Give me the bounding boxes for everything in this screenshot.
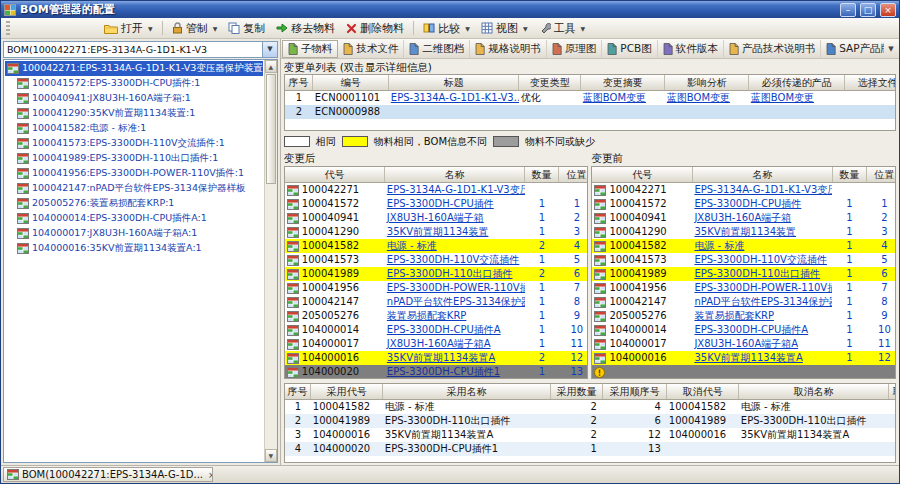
compare-row[interactable]: 104000014EPS-3300DH-CPU插件A110 [592, 323, 896, 337]
compare-row[interactable]: 10400001635KV前置期1134装置A112 [592, 351, 896, 365]
part-name-link[interactable]: EPS-3300DH-CPU插件 [387, 198, 494, 209]
part-name-link[interactable]: EPS-3134A-G-1D1-K1-V3变压器保护装置 [387, 184, 525, 195]
tab-tech-docs[interactable]: 技术文件 [338, 40, 404, 58]
compare-row[interactable]: 205005276装置易损配套KRP19 [285, 309, 589, 323]
column-header[interactable]: 必须传递的产品 [749, 75, 845, 91]
part-name-link[interactable]: JX8U3H-160A端子箱A [694, 338, 798, 349]
compare-row[interactable]: 100041573EPS-3300DH-110V交流插件15 [285, 253, 589, 267]
scroll-thumb[interactable] [266, 74, 276, 184]
column-header[interactable]: 位置 [559, 167, 589, 183]
compare-row[interactable]: 100042147nPAD平台软件EPS-3134保护器18 [285, 295, 589, 309]
tree-item[interactable]: 104000016:35KV前置期1134装置A:1 [5, 241, 263, 256]
column-header[interactable]: 变更类型 [519, 75, 581, 91]
column-header[interactable]: 名称 [385, 167, 525, 183]
part-name-link[interactable]: JX8U3H-160A端子箱 [694, 212, 791, 223]
part-name-link[interactable]: 35KV前置期1134装置 [387, 226, 489, 237]
tab-product-tech-manual[interactable]: 产品技术说明书 [724, 40, 822, 58]
toolbar-button-control[interactable]: 管制▼ [167, 19, 223, 37]
compare-row[interactable]: 10004129035KV前置期1134装置13 [285, 225, 589, 239]
document-tab[interactable]: BOM(100042271:EPS-3134A-G-1D... × [3, 467, 213, 482]
change-list-row[interactable]: 2ECN0000988变更通知 [285, 105, 896, 119]
tree-item[interactable]: 100041582:电源 - 标准:1 [5, 121, 263, 136]
tab-spec-manual[interactable]: 规格说明书 [470, 40, 547, 58]
toolbar-button-tools[interactable]: 工具▼ [534, 19, 591, 37]
adopt-cancel-row[interactable]: 2100041989EPS-3300DH-110出口插件26100041989E… [285, 414, 896, 428]
toolbar-button-delete-material[interactable]: 删除物料 [341, 19, 409, 37]
column-header[interactable]: 采用代号 [311, 384, 383, 400]
part-name-link[interactable]: EPS-3300DH-110V交流插件 [694, 254, 827, 265]
part-name-link[interactable]: EPS-3300DH-110出口插件 [387, 268, 513, 279]
compare-row[interactable]: 100042147nPAD平台软件EPS-3134保护器18 [592, 295, 896, 309]
column-header[interactable]: 数量 [832, 167, 866, 183]
adopt-cancel-row[interactable]: 4104000020EPS-3300DH-CPU插件1113 [285, 442, 896, 456]
scroll-track[interactable] [265, 73, 277, 449]
column-header[interactable]: 代号 [285, 167, 385, 183]
compare-row[interactable]: 100041989EPS-3300DH-110出口插件26 [285, 267, 589, 281]
compare-row[interactable]: 10004129035KV前置期1134装置13 [592, 225, 896, 239]
tab-sub-materials[interactable]: 子物料 [282, 40, 339, 58]
summary-link[interactable]: 蓝图BOM变更 [583, 92, 646, 103]
compare-row[interactable]: 100040941JX8U3H-160A端子箱12 [592, 211, 896, 225]
compare-row[interactable]: 100041582电源 - 标准24 [285, 239, 589, 253]
combo-dropdown-icon[interactable]: ▼ [262, 42, 277, 57]
compare-row[interactable]: 104000020EPS-3300DH-CPU插件1113 [285, 365, 589, 379]
column-header[interactable]: 变更摘要 [581, 75, 665, 91]
column-header[interactable]: 采用数量 [551, 384, 603, 400]
column-header[interactable]: 序号 [285, 75, 313, 91]
part-name-link[interactable]: EPS-3300DH-CPU插件A [694, 324, 808, 335]
tree-item[interactable]: 100042271:EPS-3134A-G-1D1-K1-V3变压器保护装置 [5, 61, 263, 76]
column-header[interactable]: 取消数量 [889, 384, 896, 400]
compare-row[interactable]: 100041572EPS-3300DH-CPU插件11 [592, 197, 896, 211]
maximize-button[interactable]: □ [860, 3, 876, 17]
tree-item[interactable]: 100041290:35KV前置期1134装置:1 [5, 106, 263, 121]
column-header[interactable]: 采用名称 [383, 384, 551, 400]
column-header[interactable]: 选择文件 [845, 75, 896, 91]
tree-item[interactable]: 100041573:EPS-3300DH-110V交流插件:1 [5, 136, 263, 151]
compare-row[interactable]: 100041956EPS-3300DH-POWER-110V插件17 [592, 281, 896, 295]
tab-2d-drawings[interactable]: 二维图档 [404, 40, 470, 58]
compare-row[interactable]: 104000014EPS-3300DH-CPU插件A110 [285, 323, 589, 337]
compare-row[interactable]: 100041582电源 - 标准14 [592, 239, 896, 253]
part-name-link[interactable]: 电源 - 标准 [387, 240, 437, 251]
tree-item[interactable]: 100041956:EPS-3300DH-POWER-110V插件:1 [5, 166, 263, 181]
compare-row[interactable]: 100042271EPS-3134A-G-1D1-K1-V3变压器保护装置 [592, 183, 896, 198]
part-name-link[interactable]: nPAD平台软件EPS-3134保护器 [694, 296, 832, 307]
compare-row[interactable]: 100041989EPS-3300DH-110出口插件16 [592, 267, 896, 281]
tree-item[interactable]: 205005276:装置易损配套KRP:1 [5, 196, 263, 211]
tree-item[interactable]: 100041572:EPS-3300DH-CPU插件:1 [5, 76, 263, 91]
column-header[interactable]: 取消名称 [739, 384, 889, 400]
part-name-link[interactable]: EPS-3300DH-CPU插件1 [387, 366, 500, 377]
column-header[interactable]: 数量 [525, 167, 559, 183]
part-name-link[interactable]: EPS-3300DH-CPU插件A [387, 324, 501, 335]
adopt-cancel-row[interactable]: 1100041582电源 - 标准24100041582电源 - 标准14 [285, 400, 896, 415]
compare-row[interactable]: 100041956EPS-3300DH-POWER-110V插件17 [285, 281, 589, 295]
tree-item[interactable]: 100042147:nPAD平台软件EPS-3134保护器样板 [5, 181, 263, 196]
compare-row[interactable]: 10400001635KV前置期1134装置A212 [285, 351, 589, 365]
toolbar-button-view[interactable]: 视图▼ [476, 19, 533, 37]
part-name-link[interactable]: 装置易损配套KRP [694, 310, 774, 321]
column-header[interactable]: 位置 [866, 167, 896, 183]
part-name-link[interactable]: 35KV前置期1134装置A [694, 352, 802, 363]
compare-row[interactable]: 104000017JX8U3H-160A端子箱A111 [592, 337, 896, 351]
tab-overflow-icon[interactable]: ▼ [884, 45, 898, 53]
part-name-link[interactable]: EPS-3134A-G-1D1-K1-V3变压器保护装置 [694, 184, 832, 195]
tab-software-version[interactable]: 软件版本 [658, 40, 724, 58]
column-header[interactable]: 序号 [285, 384, 311, 400]
part-name-link[interactable]: 35KV前置期1134装置 [694, 226, 796, 237]
part-name-link[interactable]: 电源 - 标准 [694, 240, 744, 251]
part-name-link[interactable]: 装置易损配套KRP [387, 310, 467, 321]
column-header[interactable]: 影响分析 [665, 75, 749, 91]
part-name-link[interactable]: EPS-3300DH-110出口插件 [694, 268, 820, 279]
change-title-link[interactable]: EPS-3134A-G-1D1-K1-V3... [391, 92, 519, 103]
tree-item[interactable]: 104000017:JX8U3H-160A端子箱A:1 [5, 226, 263, 241]
change-list-row[interactable]: 1ECN0001101EPS-3134A-G-1D1-K1-V3...优化蓝图B… [285, 91, 896, 106]
toolbar-button-open[interactable]: 打开▼ [99, 19, 158, 37]
close-tab-icon[interactable]: × [208, 470, 213, 480]
compare-row[interactable]: 100041573EPS-3300DH-110V交流插件15 [592, 253, 896, 267]
scroll-up-icon[interactable]: ▲ [265, 60, 277, 73]
compare-row[interactable]: 100040941JX8U3H-160A端子箱12 [285, 211, 589, 225]
products-link[interactable]: 蓝图BOM变更 [751, 92, 814, 103]
column-header[interactable]: 采用顺序号 [603, 384, 667, 400]
part-name-link[interactable]: EPS-3300DH-POWER-110V插件 [694, 282, 832, 293]
toolbar-button-compare[interactable]: 比较▼ [418, 19, 475, 37]
